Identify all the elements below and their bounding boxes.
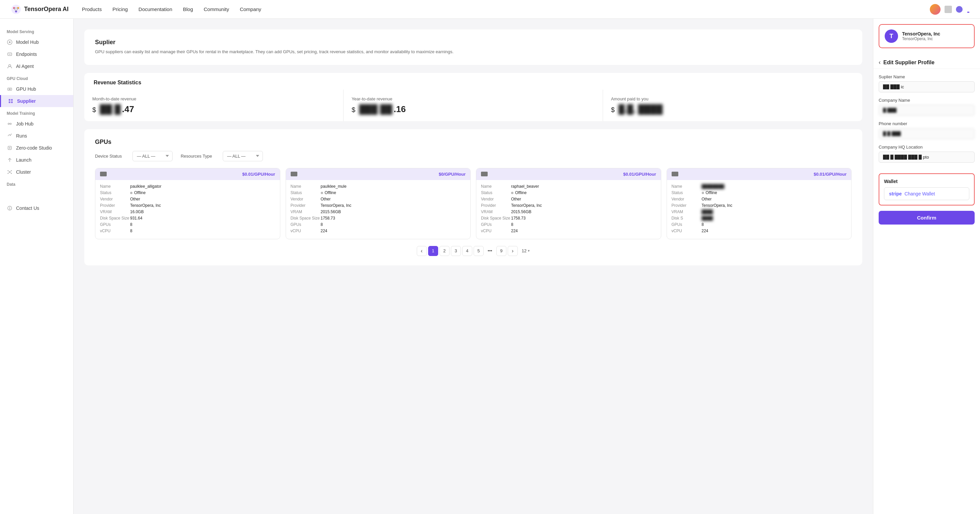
svg-rect-16: [9, 101, 10, 103]
main-content: Suplier GPU suppliers can easily list an…: [73, 19, 873, 514]
gpu-card-body: Name████████ StatusOffline VendorOther P…: [667, 180, 851, 239]
hq-location-input[interactable]: [879, 152, 975, 163]
svg-rect-17: [11, 101, 13, 103]
change-wallet-text: Change Wallet: [904, 191, 935, 196]
user-avatar[interactable]: [930, 4, 940, 15]
sidebar-item-gpu-hub[interactable]: GPU Hub: [0, 83, 73, 95]
pagination-ellipsis: •••: [485, 246, 495, 256]
change-wallet-button[interactable]: stripe Change Wallet: [884, 187, 969, 200]
gpu-card-body: Namepaulklee_mule StatusOffline VendorOt…: [286, 180, 471, 239]
svg-point-8: [9, 42, 11, 43]
hub-icon: [7, 39, 13, 45]
edit-panel-header: ‹ Edit Supplier Profile: [873, 54, 980, 69]
sidebar-item-endpoints[interactable]: Endpoints: [0, 48, 73, 60]
supplier-card-title: Suplier: [95, 39, 851, 46]
gpus-section: GPUs Device Status — ALL — Resources Typ…: [84, 129, 862, 265]
revenue-item-month: Month-to-date revenue $ ██ █.47: [84, 90, 344, 121]
nav-documentation[interactable]: Documentation: [138, 6, 172, 12]
contact-us-item[interactable]: Contact Us: [0, 202, 73, 214]
gpu-card: $0.01/GPU/Hour Nameraphael_beaver Status…: [476, 168, 661, 239]
gpu-chip-icon: [100, 172, 107, 176]
gpus-title: GPUs: [95, 139, 851, 145]
brand-logo[interactable]: TensorOpera AI: [11, 4, 68, 15]
edit-panel-title: Edit Supplier Profile: [883, 59, 934, 65]
gpu-card-body: Namepaulklee_alligator StatusOffline Ven…: [95, 180, 280, 239]
sidebar-section-model-training: Model Training: [0, 107, 73, 118]
company-name-group: Company Name: [879, 98, 975, 116]
supplier-icon: [8, 98, 14, 104]
company-name-input[interactable]: [879, 105, 975, 116]
wallet-section: Wallet stripe Change Wallet: [879, 173, 975, 206]
sidebar-item-ai-agent[interactable]: AI Agent: [0, 60, 73, 72]
revenue-value-paid: $ █.█, ████: [611, 104, 854, 115]
svg-point-11: [9, 65, 11, 67]
resources-type-select[interactable]: — ALL —: [223, 151, 263, 161]
svg-rect-15: [11, 99, 13, 101]
device-status-select[interactable]: — ALL —: [132, 151, 173, 161]
page-2-button[interactable]: 2: [439, 246, 450, 256]
confirm-button[interactable]: Confirm: [879, 211, 975, 225]
revenue-card: Revenue Statistics Month-to-date revenue…: [84, 73, 862, 121]
page-1-button[interactable]: 1: [428, 246, 438, 256]
svg-rect-13: [9, 89, 11, 90]
page-5-button[interactable]: 5: [474, 246, 484, 256]
back-arrow-button[interactable]: ‹: [879, 59, 881, 66]
nav-right-controls: [930, 4, 969, 15]
device-status-label: Device Status: [95, 153, 122, 159]
nav-blog[interactable]: Blog: [183, 6, 193, 12]
gpu-card: $0.01/GPU/Hour Name████████ StatusOfflin…: [667, 168, 852, 239]
sidebar-item-launch[interactable]: Launch: [0, 154, 73, 166]
sidebar-item-zero-code[interactable]: Zero-code Studio: [0, 142, 73, 154]
pagination: ‹ 1 2 3 4 5 ••• 9 › 12 ▾: [95, 246, 851, 256]
phone-number-input[interactable]: [879, 128, 975, 139]
launch-icon: [7, 157, 13, 163]
nav-pricing[interactable]: Pricing: [112, 6, 128, 12]
gpu-card: $0/GPU/Hour Namepaulklee_mule StatusOffl…: [286, 168, 471, 239]
top-navigation: TensorOpera AI Products Pricing Document…: [0, 0, 980, 19]
resources-type-label: Resources Type: [181, 153, 212, 159]
sidebar-item-runs[interactable]: Runs: [0, 130, 73, 142]
page-4-button[interactable]: 4: [462, 246, 472, 256]
hq-location-group: Company HQ Location: [879, 145, 975, 163]
sidebar-item-supplier[interactable]: Supplier: [0, 95, 73, 107]
wallet-label: Wallet: [884, 179, 969, 184]
supplier-info-card: Suplier GPU suppliers can easily list an…: [84, 29, 862, 65]
sidebar-item-model-hub[interactable]: Model Hub: [0, 36, 73, 48]
gpu-filters: Device Status — ALL — Resources Type — A…: [95, 151, 851, 161]
per-page-selector[interactable]: 12 ▾: [522, 248, 530, 253]
svg-point-18: [8, 123, 10, 125]
sidebar-item-job-hub[interactable]: Job Hub: [0, 118, 73, 130]
runs-icon: [7, 133, 13, 139]
supplier-card-desc: GPU suppliers can easily list and manage…: [95, 48, 851, 56]
revenue-value-year: $ ███ ██.16: [352, 104, 594, 115]
svg-rect-14: [9, 99, 10, 101]
gpu-card-header: $0.01/GPU/Hour: [95, 168, 280, 180]
gpu-cards-grid: $0.01/GPU/Hour Namepaulklee_alligator St…: [95, 168, 851, 239]
gpu-card-header: $0.01/GPU/Hour: [476, 168, 661, 180]
revenue-value-month: $ ██ █.47: [92, 104, 335, 115]
sidebar: Model Serving Model Hub Endpoints AI Age…: [0, 19, 73, 514]
next-page-button[interactable]: ›: [508, 246, 518, 256]
stripe-logo: stripe: [889, 191, 902, 196]
nav-community[interactable]: Community: [204, 6, 229, 12]
profile-card: T TensorOpera, Inc TensorOpera, Inc: [879, 24, 975, 48]
revenue-title: Revenue Statistics: [84, 73, 862, 90]
sidebar-item-cluster[interactable]: Cluster: [0, 166, 73, 178]
nav-links: Products Pricing Documentation Blog Comm…: [82, 6, 930, 12]
gpu-chip-icon: [291, 172, 298, 176]
nav-square-icon[interactable]: [945, 6, 952, 13]
revenue-item-paid: Amount paid to you $ █.█, ████: [603, 90, 862, 121]
job-icon: [7, 121, 13, 127]
supplier-name-input[interactable]: [879, 81, 975, 93]
studio-icon: [7, 145, 13, 151]
page-9-button[interactable]: 9: [496, 246, 506, 256]
gpu-icon: [7, 86, 13, 92]
nav-products[interactable]: Products: [82, 6, 102, 12]
prev-page-button[interactable]: ‹: [417, 246, 427, 256]
page-3-button[interactable]: 3: [451, 246, 461, 256]
supplier-name-group: Suplier Name: [879, 74, 975, 93]
nav-circle-icon[interactable]: [956, 6, 963, 13]
phone-number-group: Phone number: [879, 121, 975, 139]
gpu-chip-icon: [481, 172, 488, 176]
nav-company[interactable]: Company: [240, 6, 261, 12]
